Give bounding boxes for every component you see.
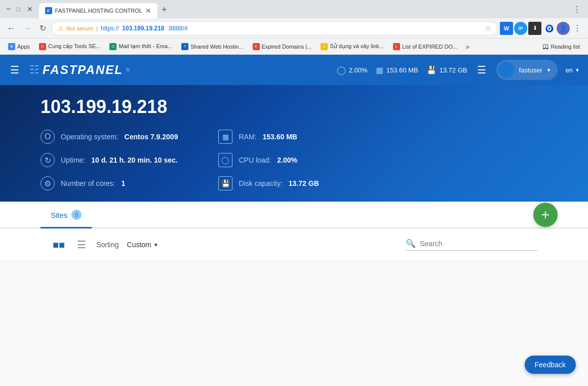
hero-disk-stat: 💾 Disk capacity: 13.72 GB	[218, 176, 319, 190]
maximize-button[interactable]: □	[15, 5, 22, 14]
hero-os-stat: O Operating system: Centos 7.9.2009	[41, 130, 178, 144]
extension-ip-icon[interactable]: IP	[514, 22, 527, 35]
new-tab-button[interactable]: +	[158, 3, 171, 17]
bookmark-shared[interactable]: T Shared Web Hostin...	[177, 42, 247, 52]
tab-favicon: F	[45, 7, 52, 14]
shared-favicon: T	[181, 43, 188, 50]
bookmark-list-expired-label: List of EXPIRED DO...	[402, 44, 457, 50]
forward-button[interactable]: →	[20, 22, 34, 35]
content-area	[0, 261, 588, 386]
reading-list-icon: 🕮	[542, 43, 549, 50]
bookmark-su-dung[interactable]: S Sử dụng và xây link...	[317, 42, 387, 52]
hero-cpu-label: CPU load:	[239, 156, 271, 164]
user-avatar: 👤	[498, 62, 515, 78]
bookmark-apps[interactable]: A Apps	[4, 42, 34, 52]
bookmark-expired[interactable]: E Expired Domains |...	[249, 42, 316, 52]
hero-disk-label: Disk capacity:	[239, 179, 282, 187]
toolbar-row: ■■ ☰ Sorting Custom ▼ 🔍	[0, 228, 588, 261]
url-port-path: :8888/#	[168, 25, 188, 32]
language-button[interactable]: en ▼	[566, 66, 580, 74]
os-value: Centos 7.9.2009	[125, 133, 178, 141]
search-icon: 🔍	[406, 239, 416, 248]
tab-sites[interactable]: Sites 0	[41, 202, 92, 228]
reading-list-label: Reading list	[551, 44, 580, 50]
add-site-button[interactable]: +	[533, 203, 558, 227]
apps-favicon: A	[8, 43, 15, 50]
ram-value: 153.60 MB	[386, 66, 418, 74]
extension-ms-icon[interactable]: W	[500, 22, 513, 35]
ram-stat: ▦ 153.60 MB	[376, 65, 418, 75]
search-container: 🔍	[406, 239, 537, 251]
address-bar[interactable]: ⚠ Not secure | https://103.199.19.218:88…	[51, 21, 498, 35]
search-input[interactable]	[420, 240, 537, 248]
sort-value: Custom	[127, 241, 151, 249]
hero-content: 103.199.19.218 O Operating system: Cento…	[41, 96, 547, 190]
hero-disk-icon: 💾	[218, 176, 232, 190]
cores-value: 1	[121, 179, 125, 187]
tab-close-icon[interactable]: ✕	[145, 7, 151, 15]
main-content: Sites 0 + ■■ ☰ Sorting Custom ▼ 🔍	[0, 202, 588, 386]
disk-value: 13.72 GB	[440, 66, 467, 74]
os-icon: O	[41, 130, 55, 144]
username-label: fastuser	[519, 66, 542, 74]
url-protocol: https://	[101, 25, 119, 32]
tab-title: FASTPANEL HOSTING CONTROL	[55, 8, 142, 14]
disk-icon: 💾	[426, 65, 437, 75]
sort-dropdown-icon: ▼	[153, 242, 159, 248]
extensions-puzzle-icon[interactable]: 🧿	[542, 22, 556, 35]
cpu-stat: ◯ 2.00%	[337, 65, 368, 75]
bookmark-cung-cap[interactable]: C Cung cấp Tools SE...	[35, 42, 104, 52]
address-separator: |	[96, 25, 98, 31]
back-button[interactable]: ←	[4, 22, 18, 35]
hero-uptime-stat: ↻ Uptime: 10 d. 21 h. 20 min. 10 sec.	[41, 153, 178, 167]
hero-ip: 103.199.19.218	[41, 96, 547, 118]
disk-stat: 💾 13.72 GB	[426, 65, 467, 75]
expired-favicon: E	[253, 43, 260, 50]
hero-section: 103.199.19.218 O Operating system: Cento…	[0, 85, 588, 202]
bookmarks-more-button[interactable]: »	[462, 41, 473, 52]
list-expired-favicon: L	[393, 43, 400, 50]
reading-list-button[interactable]: 🕮 Reading list	[538, 41, 584, 52]
user-button[interactable]: 👤 fastuser ▼	[496, 60, 557, 80]
language-label: en	[566, 66, 573, 74]
browser-menu-icon[interactable]: ⋮	[571, 22, 584, 35]
app-container: ☰ ☷ FASTPANEL ® ◯ 2.00% ▦ 153.60 MB 💾 13…	[0, 55, 588, 386]
hero-ram-icon: ▦	[218, 130, 232, 144]
minimize-button[interactable]: −	[4, 4, 13, 15]
logo-icon: ☷	[29, 63, 40, 76]
user-profile-icon[interactable]: 👤	[557, 22, 570, 35]
tabs-row: Sites 0 +	[0, 202, 588, 228]
security-warning-icon: ⚠	[58, 25, 63, 32]
hero-disk-value: 13.72 GB	[289, 179, 319, 187]
ram-icon: ▦	[376, 65, 383, 75]
logo-text: FASTPANEL	[43, 63, 123, 77]
cung-cap-favicon: C	[39, 43, 46, 50]
bookmark-apps-label: Apps	[17, 44, 30, 50]
extension-dl-icon[interactable]: ⬇	[528, 22, 541, 35]
hero-ram-label: RAM:	[239, 133, 256, 141]
sort-select-button[interactable]: Custom ▼	[127, 241, 159, 249]
active-tab[interactable]: F FASTPANEL HOSTING CONTROL ✕	[39, 3, 158, 18]
hamburger-menu-button[interactable]: ☰	[8, 62, 21, 78]
hero-ram-stat: ▦ RAM: 153.60 MB	[218, 130, 319, 144]
cpu-icon: ◯	[337, 65, 346, 75]
cores-label: Number of cores:	[61, 179, 115, 187]
hero-cpu-icon: ◯	[218, 153, 232, 167]
su-dung-favicon: S	[321, 43, 328, 50]
list-view-button[interactable]: ☰	[75, 237, 88, 253]
bookmark-list-expired[interactable]: L List of EXPIRED DO...	[389, 42, 461, 52]
logo-trademark: ®	[126, 67, 130, 73]
bookmark-shared-label: Shared Web Hostin...	[190, 44, 243, 50]
uptime-label: Uptime:	[61, 156, 85, 164]
user-dropdown-icon: ▼	[546, 67, 552, 73]
grid-view-button[interactable]: ■■	[51, 237, 67, 253]
close-button[interactable]: ✕	[25, 4, 35, 14]
lines-view-button[interactable]: ☰	[475, 62, 488, 78]
os-label: Operating system:	[61, 133, 119, 141]
logo-container: ☷ FASTPANEL ®	[29, 63, 130, 77]
reload-button[interactable]: ↻	[36, 21, 49, 35]
bookmark-mail[interactable]: G Mail tạm thời - Ema...	[105, 42, 176, 52]
feedback-button[interactable]: Feedback	[525, 356, 576, 374]
bookmark-star-icon[interactable]: ☆	[485, 24, 491, 32]
browser-settings-button[interactable]: ⋮	[570, 4, 584, 15]
